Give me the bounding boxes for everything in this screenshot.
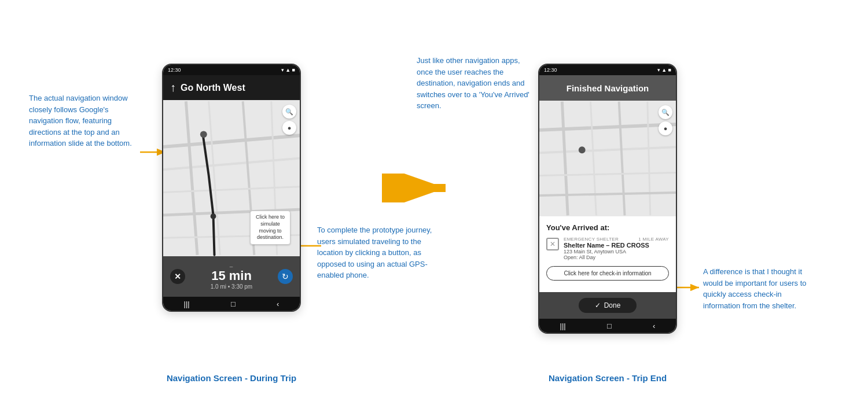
right-annotation: A difference is that I thought it would … — [703, 266, 819, 311]
map-controls-right: 🔍 ● — [659, 105, 672, 135]
arrived-panel: You've Arrived at: ✕ EMERGENCY SHELTER 1… — [539, 216, 676, 292]
transition-arrow — [382, 174, 457, 205]
time-left: 12:30 — [168, 67, 181, 73]
finished-nav-title: Finished Navigation — [567, 83, 649, 93]
nav-square-icon-right: □ — [607, 322, 612, 330]
travel-time: 15 min — [185, 270, 278, 282]
svg-point-19 — [211, 213, 216, 219]
map-area-left: 🔍 ● Click here to simulate moving to des… — [163, 100, 300, 256]
reroute-button[interactable]: ↻ — [278, 269, 293, 284]
search-icon-right[interactable]: 🔍 — [659, 105, 672, 119]
shelter-tag: EMERGENCY SHELTER — [564, 237, 619, 242]
nav-square-icon: □ — [231, 300, 236, 308]
nav-home-icon: ||| — [184, 300, 190, 308]
done-button[interactable]: ✓ Done — [579, 298, 637, 313]
done-panel: ✓ Done — [539, 292, 676, 319]
search-icon[interactable]: 🔍 — [282, 105, 296, 119]
map-controls-left: 🔍 ● — [282, 105, 296, 135]
close-navigation-button[interactable]: ✕ — [170, 269, 185, 284]
phone-nav-bar-right: ||| □ ‹ — [539, 319, 676, 333]
nav-home-icon-right: ||| — [560, 322, 566, 330]
shelter-distance: 1 MILE AWAY — [638, 237, 669, 242]
shelter-card: ✕ EMERGENCY SHELTER 1 MILE AWAY Shelter … — [546, 237, 669, 260]
status-icons-right: ▾ ▲ ■ — [657, 67, 671, 73]
location-icon[interactable]: ● — [282, 121, 296, 135]
nav-header-left: ↑ Go North West — [163, 75, 300, 100]
map-area-right: 🔍 ● — [539, 101, 676, 216]
svg-point-29 — [579, 146, 586, 153]
caption-left: Navigation Screen - During Trip — [133, 373, 330, 383]
shelter-info: EMERGENCY SHELTER 1 MILE AWAY Shelter Na… — [564, 237, 669, 260]
phone-left: 12:30 ▾ ▲ ■ ↑ Go North West — [162, 64, 301, 312]
shelter-address: 123 Main St, Anytown USA — [564, 249, 669, 255]
simulate-button[interactable]: Click here to simulate moving to destina… — [250, 211, 290, 245]
checkin-button[interactable]: Click here for check-in information — [546, 266, 669, 281]
svg-point-18 — [200, 131, 207, 138]
phone-right: 12:30 ▾ ▲ ■ Finished Navigation 🔍 ● You'… — [538, 64, 677, 334]
caption-right: Navigation Screen - Trip End — [509, 373, 706, 383]
status-icons-left: ▾ ▲ ■ — [281, 67, 295, 73]
location-icon-right[interactable]: ● — [659, 121, 672, 135]
direction-text: Go North West — [181, 83, 245, 93]
status-bar-right: 12:30 ▾ ▲ ■ — [539, 65, 676, 75]
checkmark-icon: ✓ — [595, 301, 601, 309]
phone-nav-bar-left: ||| □ ‹ — [163, 297, 300, 311]
travel-details: 1.0 mi • 3:30 pm — [185, 283, 278, 290]
middle-bottom-annotation: To complete the prototype journey, users… — [317, 224, 433, 281]
shelter-icon: ✕ — [546, 238, 559, 250]
nav-back-icon-right: ‹ — [653, 322, 655, 330]
finished-nav-header: Finished Navigation — [539, 75, 676, 101]
bottom-panel-left: ✕ – 15 min 1.0 mi • 3:30 pm ↻ — [163, 256, 300, 297]
shelter-hours: Open: All Day — [564, 255, 669, 260]
time-info: – 15 min 1.0 mi • 3:30 pm — [185, 263, 278, 290]
arrived-title: You've Arrived at: — [546, 223, 669, 232]
time-right: 12:30 — [544, 67, 557, 73]
direction-arrow-icon: ↑ — [170, 81, 176, 94]
nav-back-icon: ‹ — [277, 300, 279, 308]
shelter-name: Shelter Name – RED CROSS — [564, 242, 669, 249]
status-bar-left: 12:30 ▾ ▲ ■ — [163, 65, 300, 75]
svg-rect-20 — [539, 102, 676, 216]
left-annotation: The actual navigation window closely fol… — [29, 93, 139, 149]
middle-top-annotation: Just like other navigation apps, once th… — [417, 55, 532, 112]
